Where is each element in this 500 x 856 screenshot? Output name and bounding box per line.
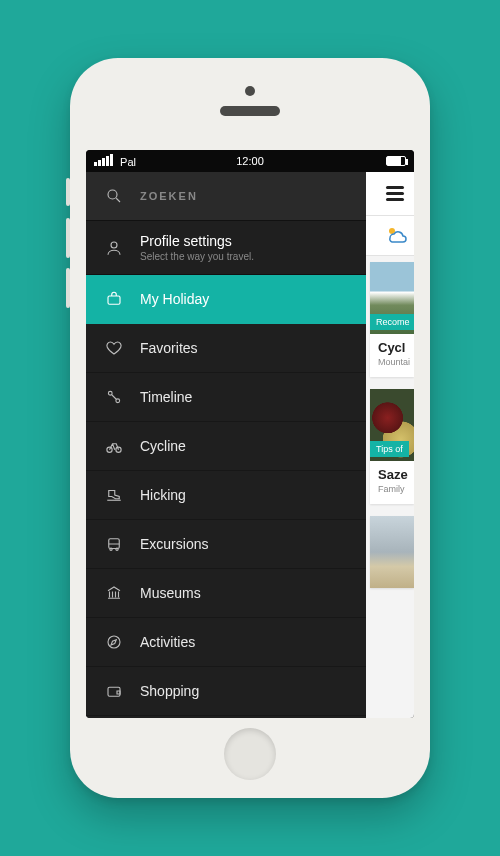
museum-icon	[104, 583, 124, 603]
svg-point-13	[116, 548, 118, 550]
menu-item-holiday[interactable]: My Holiday	[86, 275, 366, 324]
content-card[interactable]: Tips of Saze Family	[370, 389, 414, 504]
bus-icon	[104, 534, 124, 554]
menu-item-label: Museums	[140, 585, 201, 601]
search-icon	[104, 186, 124, 206]
signal-icon	[94, 154, 113, 166]
bike-icon	[104, 436, 124, 456]
peek-tabs	[366, 216, 414, 256]
menu-item-excursions[interactable]: Excursions	[86, 520, 366, 569]
app-body: ZOEKEN Profile settings Select the way y…	[86, 172, 414, 718]
menu-item-activities[interactable]: Activities	[86, 618, 366, 667]
card-tag: Tips of	[370, 441, 409, 457]
menu-item-label: Timeline	[140, 389, 192, 405]
card-title: Cycl	[378, 340, 406, 355]
battery-icon	[386, 156, 406, 166]
phone-side-button	[66, 218, 70, 258]
carrier-label: Pal	[120, 156, 136, 168]
menu-item-label: Shopping	[140, 683, 199, 699]
phone-side-button	[66, 178, 70, 206]
card-image: Tips of	[370, 389, 414, 461]
menu-item-cycline[interactable]: Cycline	[86, 422, 366, 471]
svg-point-5	[116, 399, 120, 403]
menu-item-timeline[interactable]: Timeline	[86, 373, 366, 422]
svg-rect-20	[108, 687, 120, 696]
menu-item-label: Hicking	[140, 487, 186, 503]
card-image	[370, 516, 414, 588]
menu-item-label: Excursions	[140, 536, 208, 552]
card-title: Saze	[378, 467, 406, 482]
compass-icon	[104, 632, 124, 652]
menu-item-label: Activities	[140, 634, 195, 650]
svg-line-6	[112, 395, 117, 400]
menu-button[interactable]	[386, 186, 404, 201]
phone-side-button	[66, 268, 70, 308]
svg-point-4	[108, 391, 112, 395]
search-row[interactable]: ZOEKEN	[86, 172, 366, 221]
phone-camera	[245, 86, 255, 96]
status-left: Pal	[94, 154, 136, 168]
card-image: Recome	[370, 262, 414, 334]
home-button[interactable]	[224, 728, 276, 780]
timeline-icon	[104, 387, 124, 407]
svg-rect-3	[108, 296, 120, 304]
content-peek: Recome Cycl Mountai Tips of Saze Family	[366, 172, 414, 718]
menu-item-label: Cycline	[140, 438, 186, 454]
phone-speaker	[220, 106, 280, 116]
menu-item-museums[interactable]: Museums	[86, 569, 366, 618]
card-subtitle: Family	[378, 484, 406, 494]
svg-point-19	[108, 636, 120, 648]
content-card[interactable]: Recome Cycl Mountai	[370, 262, 414, 377]
nav-drawer: ZOEKEN Profile settings Select the way y…	[86, 172, 366, 718]
card-text: Cycl Mountai	[370, 334, 414, 377]
status-time: 12:00	[236, 155, 264, 167]
svg-point-2	[111, 242, 117, 248]
profile-settings-row[interactable]: Profile settings Select the way you trav…	[86, 221, 366, 275]
profile-icon	[104, 238, 124, 258]
menu-item-label: Favorites	[140, 340, 198, 356]
content-card[interactable]	[370, 516, 414, 588]
heart-icon	[104, 338, 124, 358]
screen: Pal 12:00 ZOEKEN Profile sett	[86, 150, 414, 718]
menu-item-favorites[interactable]: Favorites	[86, 324, 366, 373]
card-subtitle: Mountai	[378, 357, 406, 367]
status-bar: Pal 12:00	[86, 150, 414, 172]
suitcase-icon	[104, 289, 124, 309]
menu-item-shopping[interactable]: Shopping	[86, 667, 366, 716]
weather-icon[interactable]	[384, 222, 408, 250]
profile-title: Profile settings	[140, 233, 254, 249]
profile-text: Profile settings Select the way you trav…	[140, 233, 254, 262]
boot-icon	[104, 485, 124, 505]
card-text: Saze Family	[370, 461, 414, 504]
menu-item-label: My Holiday	[140, 291, 209, 307]
phone-frame: Pal 12:00 ZOEKEN Profile sett	[70, 58, 430, 798]
card-tag: Recome	[370, 314, 414, 330]
peek-header	[366, 172, 414, 216]
svg-point-0	[108, 190, 117, 199]
svg-line-1	[116, 198, 120, 202]
wallet-icon	[104, 681, 124, 701]
profile-subtitle: Select the way you travel.	[140, 251, 254, 262]
menu-item-hicking[interactable]: Hicking	[86, 471, 366, 520]
svg-point-12	[110, 548, 112, 550]
search-label: ZOEKEN	[140, 190, 198, 202]
